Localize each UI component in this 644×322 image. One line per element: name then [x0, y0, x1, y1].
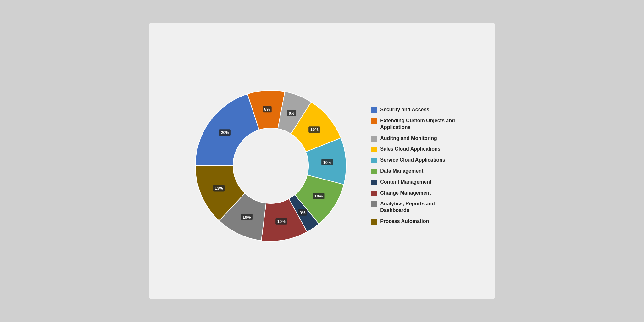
svg-text:10%: 10%	[243, 215, 251, 219]
legend-item-0: Security and Access	[371, 107, 455, 113]
legend-color-1	[371, 118, 377, 124]
legend-item-4: Service Cloud Applications	[371, 157, 455, 164]
chart-legend: Security and AccessExtending Custom Obje…	[371, 107, 455, 225]
legend-item-7: Change Management	[371, 190, 455, 197]
legend-label-1: Extending Custom Objects andApplications	[380, 118, 455, 131]
legend-item-6: Content Management	[371, 179, 455, 186]
svg-text:10%: 10%	[314, 194, 323, 198]
svg-text:10%: 10%	[323, 160, 331, 165]
legend-label-2: Auditng and Monitoring	[380, 135, 437, 142]
legend-item-2: Auditng and Monitoring	[371, 135, 455, 142]
legend-item-8: Analytics, Reports andDashboards	[371, 201, 455, 214]
legend-item-5: Data Management	[371, 168, 455, 175]
legend-label-0: Security and Access	[380, 107, 429, 113]
legend-color-4	[371, 158, 377, 163]
chart-body: 20%8%6%10%10%10%3%10%10%13% Security and…	[158, 42, 486, 290]
svg-text:3%: 3%	[300, 210, 306, 215]
legend-label-7: Change Management	[380, 190, 431, 197]
legend-item-1: Extending Custom Objects andApplications	[371, 118, 455, 131]
legend-color-5	[371, 169, 377, 174]
donut-svg: 20%8%6%10%10%10%3%10%10%13%	[189, 84, 353, 247]
legend-label-9: Process Automation	[380, 218, 429, 225]
svg-text:10%: 10%	[310, 127, 319, 132]
legend-color-8	[371, 201, 377, 207]
svg-text:6%: 6%	[289, 111, 295, 116]
legend-color-0	[371, 107, 377, 113]
legend-label-8: Analytics, Reports andDashboards	[380, 201, 435, 214]
legend-color-6	[371, 180, 377, 185]
legend-label-5: Data Management	[380, 168, 423, 175]
legend-label-3: Sales Cloud Applications	[380, 146, 440, 153]
legend-item-3: Sales Cloud Applications	[371, 146, 455, 153]
legend-label-6: Content Management	[380, 179, 431, 186]
legend-label-4: Service Cloud Applications	[380, 157, 445, 164]
legend-color-2	[371, 136, 377, 142]
chart-container: 20%8%6%10%10%10%3%10%10%13% Security and…	[149, 23, 495, 299]
legend-color-7	[371, 191, 377, 196]
svg-text:13%: 13%	[215, 186, 223, 191]
legend-item-9: Process Automation	[371, 218, 455, 225]
svg-text:20%: 20%	[221, 130, 229, 135]
donut-chart: 20%8%6%10%10%10%3%10%10%13%	[189, 84, 353, 247]
legend-color-9	[371, 219, 377, 225]
svg-text:10%: 10%	[277, 219, 286, 224]
legend-color-3	[371, 147, 377, 152]
svg-text:8%: 8%	[264, 107, 270, 112]
